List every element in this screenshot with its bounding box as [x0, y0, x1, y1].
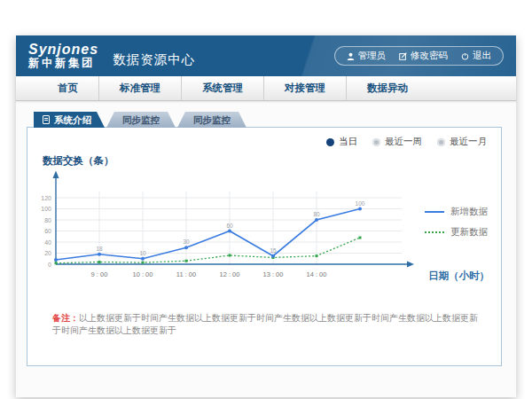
svg-text:11 : 00: 11 : 00: [176, 270, 196, 278]
app-header: Synjones 新中新集团 数据资源中心 管理员 修改密码 退出: [16, 35, 516, 76]
svg-text:14 : 00: 14 : 00: [307, 270, 327, 278]
line-chart: 0204060801001209 : 0010 : 0011 : 0012 : …: [36, 165, 444, 298]
radio-icon: [372, 138, 380, 146]
svg-text:18: 18: [96, 246, 103, 252]
footnote: 备注：以上数据更新于时间产生数据以上数据更新于时间产生数据以上数据更新于时间产生…: [52, 312, 485, 337]
legend-updated-data[interactable]: 更新数据: [425, 226, 488, 239]
chart-panel: 当日 最近一周 最近一月 数据交换（条） 0204060801001209 : …: [27, 127, 502, 366]
tab-label: 系统介绍: [54, 112, 91, 128]
nav-item-standard-mgmt[interactable]: 标准管理: [98, 76, 181, 100]
svg-text:120: 120: [41, 195, 51, 201]
nav-item-interface-mgmt[interactable]: 对接管理: [263, 76, 346, 100]
svg-text:80: 80: [313, 211, 320, 217]
radio-last-week[interactable]: 最近一周: [372, 136, 422, 148]
radio-icon: [437, 138, 445, 146]
nav-item-home[interactable]: 首页: [37, 76, 98, 100]
nav-item-system-mgmt[interactable]: 系统管理: [181, 76, 263, 100]
radio-label: 最近一周: [385, 136, 422, 148]
svg-text:10: 10: [139, 250, 146, 256]
radio-icon: [326, 138, 334, 146]
svg-text:0: 0: [48, 262, 51, 268]
legend-new-data[interactable]: 新增数据: [425, 206, 488, 218]
dotted-line-icon: [425, 231, 444, 233]
svg-text:10 : 00: 10 : 00: [133, 270, 153, 278]
x-axis-title: 日期（小时）: [428, 270, 489, 283]
user-toolbar: 管理员 修改密码 退出: [334, 46, 505, 66]
svg-text:9 : 00: 9 : 00: [91, 270, 108, 278]
svg-text:100: 100: [41, 206, 51, 212]
logo-text-en: Synjones: [28, 43, 98, 58]
page-title: 数据资源中心: [113, 51, 195, 68]
tab-bar: 系统介绍 同步监控 同步监控: [34, 112, 246, 128]
tab-sync-monitor-1[interactable]: 同步监控: [106, 112, 176, 128]
svg-text:30: 30: [183, 239, 190, 245]
company-logo: Synjones 新中新集团: [28, 43, 98, 69]
user-icon: [347, 52, 355, 60]
radio-today[interactable]: 当日: [326, 136, 357, 148]
svg-text:12 : 00: 12 : 00: [220, 270, 240, 278]
tab-system-intro[interactable]: 系统介绍: [34, 112, 105, 128]
tab-sync-monitor-2[interactable]: 同步监控: [177, 112, 246, 128]
document-icon: [43, 115, 50, 124]
radio-label: 最近一月: [450, 136, 487, 148]
app-window: Synjones 新中新集团 数据资源中心 管理员 修改密码 退出: [16, 35, 516, 397]
change-password-label: 修改密码: [411, 50, 448, 62]
tab-label: 同步监控: [193, 112, 231, 128]
main-nav: 首页 标准管理 系统管理 对接管理 数据异动: [16, 76, 516, 101]
admin-button[interactable]: 管理员: [347, 50, 387, 62]
change-password-button[interactable]: 修改密码: [399, 50, 448, 62]
legend-label: 更新数据: [450, 226, 488, 239]
svg-text:80: 80: [44, 217, 51, 223]
svg-text:60: 60: [44, 228, 51, 234]
edit-icon: [399, 52, 407, 60]
legend-label: 新增数据: [450, 206, 488, 218]
time-range-filter: 当日 最近一周 最近一月: [326, 136, 487, 148]
svg-text:100: 100: [356, 200, 365, 207]
logout-label: 退出: [473, 50, 491, 62]
radio-last-month[interactable]: 最近一月: [437, 136, 487, 148]
svg-text:60: 60: [226, 223, 233, 229]
radio-label: 当日: [339, 136, 357, 148]
svg-text:13 : 00: 13 : 00: [263, 270, 284, 278]
footnote-text: 以上数据更新于时间产生数据以上数据更新于时间产生数据以上数据更新于时间产生数据以…: [52, 313, 478, 335]
footnote-prefix: 备注：: [52, 313, 79, 323]
nav-item-data-change[interactable]: 数据异动: [346, 76, 428, 100]
power-icon: [461, 52, 469, 60]
series-legend: 新增数据 更新数据: [425, 206, 488, 239]
svg-text:20: 20: [44, 250, 51, 256]
svg-text:15: 15: [270, 247, 277, 254]
logout-button[interactable]: 退出: [461, 50, 491, 62]
tab-label: 同步监控: [122, 112, 160, 128]
logo-text-cn: 新中新集团: [28, 58, 98, 69]
admin-label: 管理员: [358, 50, 387, 62]
svg-text:40: 40: [44, 239, 51, 246]
solid-line-icon: [425, 211, 444, 213]
